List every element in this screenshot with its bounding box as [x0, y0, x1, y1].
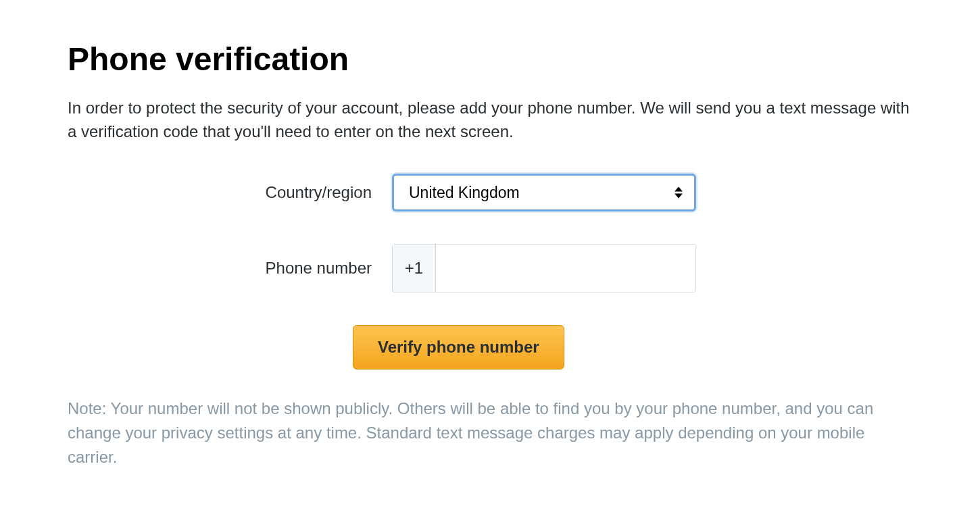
country-label: Country/region: [68, 183, 392, 202]
phone-label: Phone number: [68, 259, 392, 278]
country-select-wrapper: United Kingdom: [392, 174, 696, 211]
page-description: In order to protect the security of your…: [68, 97, 912, 144]
phone-input-wrapper: +1: [392, 244, 696, 292]
phone-prefix: +1: [393, 245, 436, 292]
phone-row: Phone number +1: [68, 244, 912, 292]
page-title: Phone verification: [68, 41, 912, 78]
country-select[interactable]: United Kingdom: [392, 174, 696, 211]
phone-verification-form: Phone verification In order to protect t…: [68, 41, 912, 469]
privacy-note: Note: Your number will not be shown publ…: [68, 397, 912, 469]
verify-phone-button[interactable]: Verify phone number: [353, 325, 564, 369]
phone-input[interactable]: [436, 245, 695, 292]
country-row: Country/region United Kingdom: [68, 174, 912, 211]
